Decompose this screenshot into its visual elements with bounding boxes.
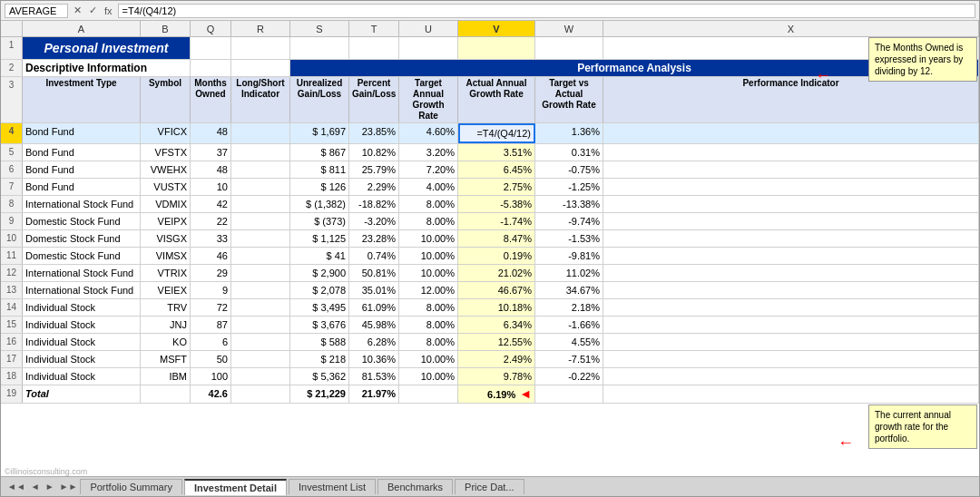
investment-type-cell: Individual Stock [23, 368, 141, 385]
empty-cell [349, 37, 399, 59]
months-owned-cell: 87 [191, 317, 231, 333]
cancel-formula-btn[interactable]: ✕ [72, 5, 83, 16]
row-number: 17 [1, 351, 23, 367]
target-growth-cell: 4.60% [399, 123, 458, 143]
investment-type-cell: Domestic Stock Fund [23, 213, 141, 229]
tab-investment-detail[interactable]: Investment Detail [184, 479, 287, 495]
tab-investment-list[interactable]: Investment List [289, 479, 376, 494]
unrealized-gain-cell: $ (373) [290, 213, 349, 229]
row-number: 10 [1, 230, 23, 247]
col-header-b[interactable]: B [141, 21, 191, 36]
investment-type-cell: Domestic Stock Fund [23, 248, 141, 264]
row-number: 1 [1, 37, 23, 59]
symbol-cell: VWEHX [141, 161, 191, 178]
total-growth-rate: 6.19% ◄ [458, 385, 535, 403]
target-growth-cell: 10.00% [399, 265, 458, 281]
col-header-x[interactable]: X [603, 21, 979, 36]
empty-cell [399, 37, 458, 59]
actual-growth-cell: 21.02% [458, 265, 535, 281]
target-growth-cell: 8.00% [399, 299, 458, 316]
col-header-s[interactable]: S [290, 21, 349, 36]
actual-growth-cell: 0.19% [458, 248, 535, 264]
symbol-cell: IBM [141, 368, 191, 385]
symbol-cell: TRV [141, 299, 191, 316]
target-vs-actual-cell: -9.81% [535, 248, 603, 264]
table-row: 14Individual StockTRV72$ 3,49561.09%8.00… [1, 299, 979, 317]
col-label-actual-annual: Actual Annual Growth Rate [458, 77, 535, 122]
unrealized-gain-cell: $ 1,125 [290, 230, 349, 247]
empty-cell [535, 385, 603, 403]
col-header-a[interactable]: A [23, 21, 141, 36]
name-box[interactable] [5, 4, 68, 18]
target-vs-actual-cell: -1.25% [535, 179, 603, 195]
actual-growth-cell: 6.45% [458, 161, 535, 178]
investment-type-cell: Individual Stock [23, 317, 141, 333]
col-header-v[interactable]: V [458, 21, 535, 36]
tab-nav-prev[interactable]: ◄ [28, 482, 43, 492]
performance-indicator-cell [603, 317, 979, 333]
performance-indicator-cell [603, 248, 979, 264]
col-header-q[interactable]: Q [191, 21, 231, 36]
long-short-cell [231, 196, 290, 212]
long-short-cell [231, 265, 290, 281]
tab-nav-last[interactable]: ►► [57, 482, 81, 492]
investment-type-cell: Individual Stock [23, 334, 141, 350]
months-owned-cell: 37 [191, 144, 231, 161]
row-number: 19 [1, 385, 23, 403]
callout-growth-rate: The current annual growth rate for the p… [868, 404, 977, 449]
target-vs-actual-cell: -13.38% [535, 196, 603, 212]
tab-price-data[interactable]: Price Dat... [455, 479, 524, 494]
unrealized-gain-cell: $ 3,676 [290, 317, 349, 333]
actual-growth-cell: 46.67% [458, 282, 535, 298]
table-row: 8International Stock FundVDMIX42$ (1,382… [1, 196, 979, 213]
row-number: 2 [1, 60, 23, 76]
table-row: 10Domestic Stock FundVISGX33$ 1,12523.28… [1, 230, 979, 248]
tab-portfolio-summary[interactable]: Portfolio Summary [80, 479, 181, 494]
symbol-cell: VEIPX [141, 213, 191, 229]
symbol-cell: VFSTX [141, 144, 191, 161]
percent-gain-cell: 23.85% [349, 123, 399, 143]
tab-nav-next[interactable]: ► [43, 482, 57, 492]
investment-type-cell: Bond Fund [23, 144, 141, 161]
col-header-u[interactable]: U [399, 21, 458, 36]
tab-benchmarks[interactable]: Benchmarks [377, 479, 453, 494]
table-row: 2Descriptive InformationPerformance Anal… [1, 60, 979, 77]
target-growth-cell: 8.00% [399, 213, 458, 229]
target-growth-cell: 8.00% [399, 196, 458, 212]
tab-nav-first[interactable]: ◄◄ [5, 482, 28, 492]
percent-gain-cell: -3.20% [349, 213, 399, 229]
unrealized-gain-cell: $ 2,078 [290, 282, 349, 298]
symbol-cell: VUSTX [141, 179, 191, 195]
target-growth-cell: 8.00% [399, 334, 458, 350]
percent-gain-cell: 6.28% [349, 334, 399, 350]
actual-growth-cell: 2.75% [458, 179, 535, 195]
corner-cell [1, 21, 23, 36]
spreadsheet-title: Personal Investment [23, 37, 191, 59]
target-growth-cell: 8.00% [399, 317, 458, 333]
watermark: ©illinoisconsulting.com [5, 467, 87, 476]
months-owned-cell: 50 [191, 351, 231, 367]
performance-indicator-cell [603, 351, 979, 367]
unrealized-gain-cell: $ (1,382) [290, 196, 349, 212]
empty-cell [191, 60, 231, 76]
fx-btn[interactable]: fx [103, 5, 114, 16]
confirm-formula-btn[interactable]: ✓ [87, 5, 99, 16]
performance-indicator-cell [603, 179, 979, 195]
investment-type-cell: Domestic Stock Fund [23, 230, 141, 247]
formula-bar: ✕ ✓ fx [1, 1, 979, 21]
col-header-t[interactable]: T [349, 21, 399, 36]
formula-input[interactable] [118, 4, 975, 18]
target-vs-actual-cell: 1.36% [535, 123, 603, 143]
actual-growth-cell: -5.38% [458, 196, 535, 212]
long-short-cell [231, 213, 290, 229]
actual-growth-cell: -1.74% [458, 213, 535, 229]
row-number: 4 [1, 123, 23, 143]
table-row: 13International Stock FundVEIEX9$ 2,0783… [1, 282, 979, 299]
long-short-cell [231, 282, 290, 298]
empty-cell [231, 60, 290, 76]
investment-type-cell: International Stock Fund [23, 265, 141, 281]
col-header-r[interactable]: R [231, 21, 290, 36]
row-number: 3 [1, 77, 23, 122]
target-vs-actual-cell: 4.55% [535, 334, 603, 350]
col-header-w[interactable]: W [535, 21, 603, 36]
